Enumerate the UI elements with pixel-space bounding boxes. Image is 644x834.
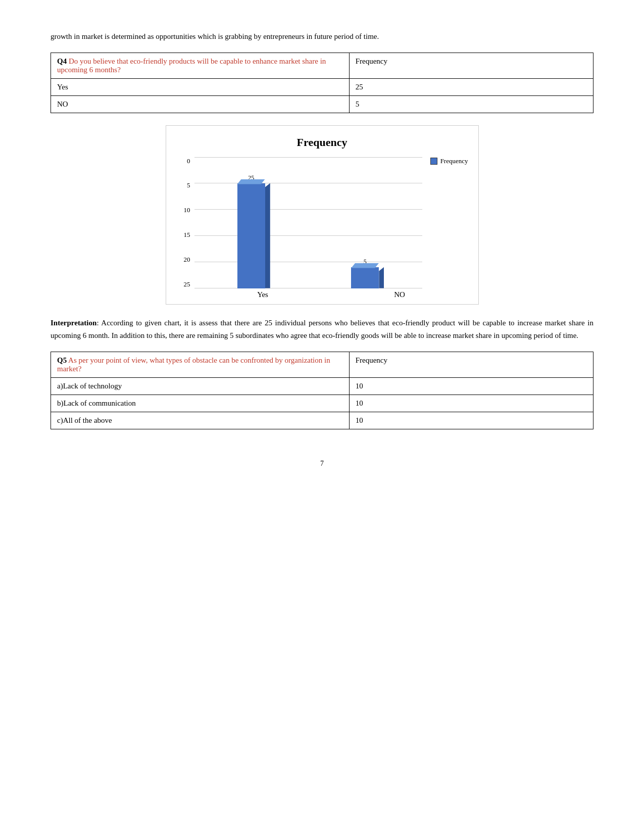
intro-paragraph: growth in market is determined as opport…	[51, 30, 593, 43]
x-axis-labels: Yes NO	[176, 290, 468, 299]
q5-a-label: a)Lack of technology	[51, 377, 350, 395]
q4-number: Q4	[57, 57, 67, 65]
chart-legend: Frequency	[430, 157, 468, 165]
q5-b-label: b)Lack of communication	[51, 395, 350, 412]
chart-title: Frequency	[176, 136, 468, 149]
bars-container: 25 5	[194, 157, 422, 288]
bar-no-group: 5	[351, 258, 379, 288]
q4-yes-value: 25	[349, 78, 593, 95]
q5-row-b: b)Lack of communication 10	[51, 395, 593, 412]
bar-yes-group: 25	[237, 174, 265, 288]
q5-row-c: c)All of the above 10	[51, 412, 593, 429]
q5-table: Q5 As per your point of view, what types…	[51, 352, 593, 429]
q5-c-value: 10	[349, 412, 593, 429]
interpretation-bold: Interpretation	[51, 319, 96, 327]
x-label-no: NO	[394, 290, 405, 299]
q4-no-label: NO	[51, 95, 350, 113]
y-axis-labels: 25 20 15 10 5 0	[176, 157, 190, 288]
q5-row-a: a)Lack of technology 10	[51, 377, 593, 395]
interpretation-paragraph: Interpretation: According to given chart…	[51, 317, 593, 342]
x-label-yes: Yes	[257, 290, 268, 299]
bar-yes	[237, 183, 265, 288]
bar-no	[351, 267, 379, 288]
page-number: 7	[51, 460, 593, 468]
q5-a-value: 10	[349, 377, 593, 395]
q5-number: Q5	[57, 356, 67, 364]
q5-question: As per your point of view, what types of…	[57, 356, 330, 373]
interpretation-text: : According to given chart, it is assess…	[51, 319, 593, 340]
legend-frequency: Frequency	[430, 157, 468, 165]
q5-freq-header: Frequency	[349, 352, 593, 377]
q4-yes-label: Yes	[51, 78, 350, 95]
q4-row-yes: Yes 25	[51, 78, 593, 95]
q4-question: Do you believe that eco-friendly product…	[57, 57, 326, 74]
legend-label: Frequency	[440, 157, 468, 165]
q4-row-no: NO 5	[51, 95, 593, 113]
q4-freq-header: Frequency	[349, 53, 593, 78]
q5-c-label: c)All of the above	[51, 412, 350, 429]
frequency-chart: Frequency 25 20 15 10 5 0	[166, 125, 479, 305]
q4-table: Q4 Do you believe that eco-friendly prod…	[51, 53, 593, 113]
q4-no-value: 5	[349, 95, 593, 113]
q5-b-value: 10	[349, 395, 593, 412]
